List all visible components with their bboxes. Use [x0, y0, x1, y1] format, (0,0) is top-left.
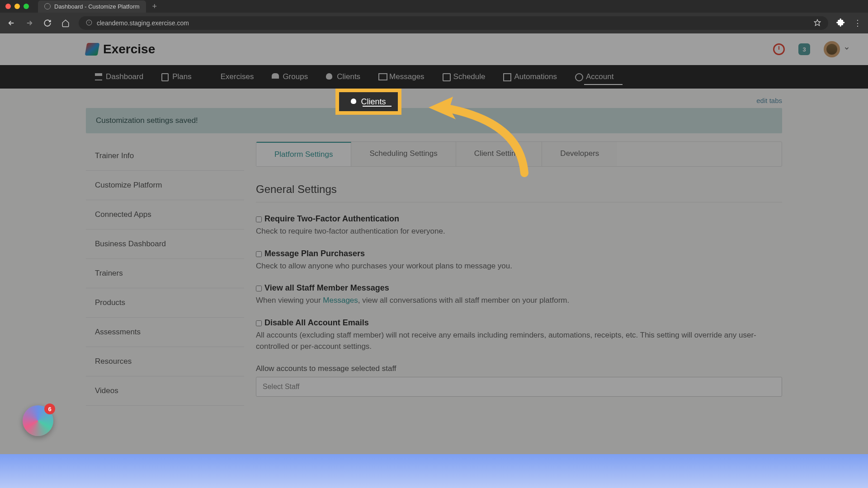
setting-allow-message-staff: Allow accounts to message selected staff… — [256, 364, 782, 397]
avatar — [824, 41, 840, 57]
setting-disable-emails: Disable All Account Emails All accounts … — [256, 318, 782, 352]
home-button[interactable] — [61, 19, 71, 27]
view-staff-label[interactable]: View all Staff Member Messages — [256, 283, 782, 293]
msg-plan-checkbox[interactable] — [256, 251, 262, 257]
sidebar-item-trainer-info[interactable]: Trainer Info — [86, 141, 244, 171]
nav-clients[interactable]: Clients — [317, 65, 369, 89]
sidebar-item-customize-platform[interactable]: Customize Platform — [86, 171, 244, 200]
window-traffic-lights — [5, 4, 29, 9]
extensions-icon[interactable] — [836, 18, 845, 28]
user-circle-icon — [575, 73, 582, 80]
list-icon — [95, 73, 102, 80]
reload-button[interactable] — [42, 19, 52, 27]
setting-message-plan: Message Plan Purchasers Check to allow a… — [256, 249, 782, 272]
user-menu[interactable] — [824, 41, 850, 57]
help-widget[interactable]: 6 — [23, 405, 53, 436]
nav-account[interactable]: Account — [566, 65, 623, 89]
browser-tab[interactable]: Dashboard - Customize Platform — [38, 0, 146, 13]
select-staff-dropdown[interactable]: Select Staff — [256, 377, 782, 397]
section-title: General Settings — [256, 183, 782, 202]
site-info-icon[interactable] — [86, 19, 92, 27]
tab-client-settings[interactable]: Client Settings — [456, 142, 542, 166]
setting-view-staff: View all Staff Member Messages When view… — [256, 283, 782, 306]
allow-msg-label: Allow accounts to message selected staff — [256, 364, 782, 373]
sidebar-item-business-dashboard[interactable]: Business Dashboard — [86, 230, 244, 259]
group-icon — [272, 73, 279, 80]
sidebar-item-products[interactable]: Products — [86, 288, 244, 318]
check-square-icon — [503, 73, 510, 80]
highlight-label: Clients — [361, 97, 386, 107]
user-icon — [326, 73, 333, 80]
nav-dashboard[interactable]: Dashboard — [86, 65, 152, 89]
main-panel: Platform Settings Scheduling Settings Cl… — [256, 141, 782, 408]
highlight-box[interactable]: Clients — [335, 89, 401, 115]
success-alert: Customization settings saved! — [86, 108, 782, 133]
disable-emails-label[interactable]: Disable All Account Emails — [256, 318, 782, 328]
msg-plan-desc: Check to allow anyone who purchases your… — [256, 260, 782, 272]
back-button[interactable] — [6, 19, 16, 27]
disable-emails-desc: All accounts (excluding staff member) wi… — [256, 329, 782, 352]
maximize-window-icon[interactable] — [24, 4, 29, 9]
two-factor-label[interactable]: Require Two-Factor Authentication — [256, 214, 782, 224]
envelope-icon — [378, 73, 386, 80]
nav-groups[interactable]: Groups — [263, 65, 317, 89]
nav-automations[interactable]: Automations — [494, 65, 566, 89]
close-window-icon[interactable] — [5, 4, 11, 9]
app-header: Exercise 3 — [0, 33, 868, 65]
minimize-window-icon[interactable] — [14, 4, 20, 9]
nav-schedule[interactable]: Schedule — [434, 65, 495, 89]
view-staff-checkbox[interactable] — [256, 286, 262, 291]
dumbbell-icon — [210, 73, 217, 80]
edit-tabs-link[interactable]: edit tabs — [86, 95, 782, 108]
svg-marker-1 — [814, 19, 820, 25]
clock-icon[interactable] — [773, 43, 785, 55]
address-bar[interactable]: cleandemo.staging.exercise.com — [79, 16, 828, 30]
forward-button[interactable] — [24, 19, 34, 27]
new-tab-button[interactable]: + — [152, 2, 157, 11]
nav-exercises[interactable]: Exercises — [201, 65, 263, 89]
tab-title: Dashboard - Customize Platform — [54, 3, 140, 10]
tab-developers[interactable]: Developers — [542, 142, 617, 166]
sidebar-item-assessments[interactable]: Assessments — [86, 318, 244, 347]
disable-emails-checkbox[interactable] — [256, 320, 262, 326]
notification-badge[interactable]: 3 — [798, 43, 810, 55]
nav-messages[interactable]: Messages — [369, 65, 433, 89]
underline — [363, 106, 392, 107]
chevron-down-icon — [844, 45, 850, 53]
msg-plan-label[interactable]: Message Plan Purchasers — [256, 249, 782, 258]
browser-toolbar: cleandemo.staging.exercise.com ⋮ — [0, 13, 868, 33]
setting-two-factor: Require Two-Factor Authentication Check … — [256, 214, 782, 237]
url-text: cleandemo.staging.exercise.com — [97, 19, 189, 27]
settings-tabs: Platform Settings Scheduling Settings Cl… — [256, 141, 782, 167]
globe-icon — [44, 3, 51, 9]
two-factor-checkbox[interactable] — [256, 216, 262, 222]
sidebar-item-trainers[interactable]: Trainers — [86, 259, 244, 288]
user-icon — [351, 99, 357, 105]
nav-plans[interactable]: Plans — [152, 65, 201, 89]
messages-link[interactable]: Messages — [323, 296, 358, 305]
sidebar-item-resources[interactable]: Resources — [86, 347, 244, 376]
view-staff-desc: When viewing your Messages, view all con… — [256, 295, 782, 306]
main-nav: Dashboard Plans Exercises Groups Clients… — [0, 65, 868, 89]
widget-badge: 6 — [44, 404, 55, 414]
content: edit tabs Customization settings saved! … — [0, 89, 868, 408]
sidebar-item-connected-apps[interactable]: Connected Apps — [86, 200, 244, 230]
browser-menu-icon[interactable]: ⋮ — [854, 18, 862, 28]
app-viewport: Exercise 3 Dashboard Plans Exercises Gro… — [0, 33, 868, 454]
two-factor-desc: Check to require two-factor authenticati… — [256, 225, 782, 237]
bookmark-icon[interactable] — [814, 19, 821, 28]
clipboard-icon — [161, 73, 169, 80]
sidebar-item-videos[interactable]: Videos — [86, 376, 244, 406]
calendar-icon — [443, 73, 450, 80]
browser-tab-strip: Dashboard - Customize Platform + — [0, 0, 868, 13]
brand-name: Exercise — [103, 42, 155, 56]
settings-sidebar: Trainer Info Customize Platform Connecte… — [86, 141, 244, 408]
logo-icon — [85, 43, 100, 56]
bottom-gradient — [0, 454, 868, 488]
tab-platform-settings[interactable]: Platform Settings — [256, 142, 351, 166]
brand-logo[interactable]: Exercise — [86, 42, 155, 56]
tab-scheduling-settings[interactable]: Scheduling Settings — [351, 142, 456, 166]
